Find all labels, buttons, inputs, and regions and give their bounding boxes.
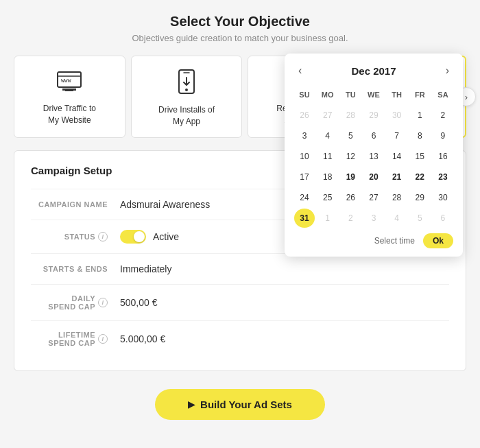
- lifetime-spend-label: LIFETIMESPEND CAP i: [31, 331, 120, 347]
- app-card-label: Drive Installs ofMy App: [158, 104, 215, 128]
- page-subtitle: Objectives guide creation to match your …: [132, 33, 348, 43]
- cal-day[interactable]: 3: [363, 209, 384, 228]
- cal-day[interactable]: 6: [363, 126, 384, 145]
- cal-day[interactable]: 1: [409, 106, 430, 125]
- cal-day[interactable]: 28: [387, 188, 407, 207]
- calendar-ok-button[interactable]: Ok: [423, 233, 453, 248]
- cal-day[interactable]: 22: [409, 167, 430, 187]
- cal-header-sa: SA: [433, 85, 453, 104]
- calendar-prev-button[interactable]: ‹: [294, 63, 306, 78]
- lifetime-spend-info-icon[interactable]: i: [98, 334, 108, 344]
- daily-spend-info-icon[interactable]: i: [98, 298, 108, 307]
- starts-ends-label: STARTS & ENDS: [31, 265, 120, 273]
- calendar-month-year: Dec 2017: [351, 65, 396, 77]
- calendar-header: ‹ Dec 2017 ›: [294, 63, 453, 78]
- cal-day[interactable]: 26: [294, 106, 315, 125]
- cal-day[interactable]: 7: [387, 126, 407, 145]
- objective-card-website[interactable]: www Drive Traffic toMy Website: [14, 56, 125, 138]
- cal-day[interactable]: 28: [340, 106, 361, 125]
- cal-header-we: WE: [363, 85, 384, 104]
- form-row-lifetime-spend: LIFETIMESPEND CAP i 5.000,00 €: [31, 320, 449, 357]
- cal-day[interactable]: 15: [409, 147, 430, 166]
- calendar-week-1: 26 27 28 29 30 1 2: [294, 106, 453, 125]
- calendar-overlay: ‹ Dec 2017 › SU MO TU WE TH FR SA 26 27 …: [285, 54, 463, 257]
- cal-day[interactable]: 20: [363, 167, 384, 187]
- cal-day[interactable]: 2: [340, 209, 361, 228]
- calendar-week-3: 10 11 12 13 14 15 16: [294, 147, 453, 166]
- status-toggle-label: Active: [153, 231, 179, 242]
- objective-card-app[interactable]: Drive Installs ofMy App: [131, 56, 243, 138]
- calendar-month: Dec: [351, 65, 370, 77]
- cal-day-selected[interactable]: 31: [294, 209, 315, 228]
- cal-day[interactable]: 21: [387, 167, 407, 187]
- svg-text:www: www: [61, 78, 71, 84]
- cal-day[interactable]: 30: [433, 188, 453, 207]
- cal-day[interactable]: 29: [409, 188, 430, 207]
- status-toggle[interactable]: [120, 230, 146, 244]
- cal-day[interactable]: 2: [433, 106, 453, 125]
- cal-day[interactable]: 12: [340, 147, 361, 166]
- campaign-name-label: CAMPAIGN NAME: [31, 200, 120, 209]
- form-row-starts-ends: STARTS & ENDS Immediately: [31, 253, 449, 284]
- cal-day[interactable]: 19: [340, 167, 361, 187]
- cal-day[interactable]: 16: [433, 147, 453, 166]
- cal-day[interactable]: 5: [340, 126, 361, 145]
- calendar-week-6: 31 1 2 3 4 5 6: [294, 209, 453, 228]
- cal-day[interactable]: 10: [294, 147, 315, 166]
- calendar-grid: SU MO TU WE TH FR SA 26 27 28 29 30 1 2 …: [294, 85, 453, 228]
- cal-header-tu: TU: [340, 85, 361, 104]
- website-card-label: Drive Traffic toMy Website: [43, 103, 96, 126]
- lifetime-spend-value: 5.000,00 €: [120, 333, 449, 344]
- cal-day[interactable]: 23: [433, 167, 453, 187]
- select-time-label[interactable]: Select time: [374, 236, 415, 246]
- cal-header-mo: MO: [317, 85, 338, 104]
- cal-day[interactable]: 27: [363, 188, 384, 207]
- status-info-icon[interactable]: i: [98, 232, 108, 241]
- toggle-knob: [134, 231, 145, 242]
- cal-day[interactable]: 1: [317, 209, 338, 228]
- calendar-header-row: SU MO TU WE TH FR SA: [294, 85, 453, 104]
- website-icon: www: [56, 71, 82, 96]
- daily-spend-value: 500,00 €: [120, 297, 449, 308]
- page-title: Select Your Objective: [132, 14, 348, 30]
- cal-day[interactable]: 8: [409, 126, 430, 145]
- svg-point-7: [185, 89, 188, 91]
- cal-day[interactable]: 4: [317, 126, 338, 145]
- calendar-footer: Select time Ok: [294, 233, 453, 248]
- cal-day[interactable]: 5: [409, 209, 430, 228]
- build-btn-label: Build Your Ad Sets: [200, 399, 292, 410]
- build-ad-sets-button[interactable]: ▶ Build Your Ad Sets: [155, 389, 325, 420]
- calendar-next-button[interactable]: ›: [442, 63, 453, 78]
- cal-day[interactable]: 4: [387, 209, 407, 228]
- cal-header-su: SU: [294, 85, 315, 104]
- cal-day[interactable]: 26: [340, 188, 361, 207]
- build-button-wrapper: ▶ Build Your Ad Sets: [155, 389, 325, 420]
- daily-spend-label: DAILYSPEND CAP i: [31, 294, 120, 311]
- cal-day[interactable]: 9: [433, 126, 453, 145]
- cal-day[interactable]: 13: [363, 147, 384, 166]
- cal-header-th: TH: [387, 85, 407, 104]
- cal-day[interactable]: 11: [317, 147, 338, 166]
- status-label: STATUS i: [31, 232, 120, 241]
- calendar-year: 2017: [373, 65, 396, 77]
- cal-day[interactable]: 24: [294, 188, 315, 207]
- starts-ends-value: Immediately: [120, 263, 449, 274]
- cal-day[interactable]: 14: [387, 147, 407, 166]
- calendar-week-5: 24 25 26 27 28 29 30: [294, 188, 453, 207]
- cal-day[interactable]: 29: [363, 106, 384, 125]
- page-header: Select Your Objective Objectives guide c…: [132, 14, 348, 43]
- cal-day[interactable]: 17: [294, 167, 315, 187]
- form-row-daily-spend: DAILYSPEND CAP i 500,00 €: [31, 284, 449, 320]
- cal-header-fr: FR: [409, 85, 430, 104]
- app-install-icon: [177, 69, 196, 97]
- cal-day[interactable]: 25: [317, 188, 338, 207]
- cal-day[interactable]: 27: [317, 106, 338, 125]
- cal-day[interactable]: 3: [294, 126, 315, 145]
- cal-day[interactable]: 6: [433, 209, 453, 228]
- calendar-week-2: 3 4 5 6 7 8 9: [294, 126, 453, 145]
- build-btn-arrow-icon: ▶: [188, 399, 195, 410]
- calendar-week-4: 17 18 19 20 21 22 23: [294, 167, 453, 187]
- cal-day[interactable]: 30: [387, 106, 407, 125]
- cal-day[interactable]: 18: [317, 167, 338, 187]
